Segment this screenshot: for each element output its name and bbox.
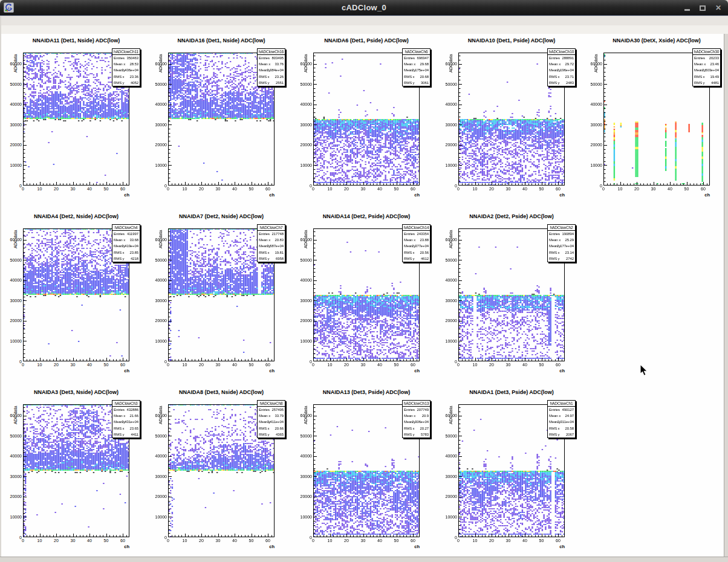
y-tick-label: 10000 bbox=[437, 339, 457, 343]
stats-box[interactable]: hADClowCh11Entries350463Mean x28.53Mean … bbox=[112, 48, 140, 86]
stats-row: RMS x23.65 bbox=[112, 425, 140, 431]
stats-row: Mean x21.66 bbox=[112, 413, 140, 419]
stats-label: Mean x bbox=[404, 237, 415, 243]
stats-box[interactable]: hADClowCh2Entries190894Mean x25.29Mean y… bbox=[547, 224, 576, 262]
x-tick-label: 10 bbox=[615, 187, 626, 191]
pad-hADClowCh7[interactable]: NNAIDA7 (Det2, Nside) ADC(low)ADC datach… bbox=[146, 210, 291, 386]
stats-value: 257495 bbox=[272, 407, 284, 413]
stats-box[interactable]: hADClowCh14Entries243354Mean x23.88Mean … bbox=[402, 224, 431, 262]
pad-hADClowCh11[interactable]: NNAIDA11 (Det1, Nside) ADC(low)ADC datac… bbox=[1, 34, 146, 210]
x-tick-label: 10 bbox=[325, 538, 336, 543]
stats-row: RMS y2067 bbox=[548, 431, 575, 438]
pad-hADClowCh3[interactable]: NNAIDA3 (Det3, Nside) ADC(low)ADC datach… bbox=[1, 386, 146, 561]
y-tick-label: 10000 bbox=[291, 515, 312, 519]
x-tick-label: 10 bbox=[180, 187, 190, 191]
stats-hist-name: hADClowCh4 bbox=[112, 225, 140, 231]
y-tick-label: 10000 bbox=[1, 339, 22, 343]
y-tick-label: 30000 bbox=[1, 299, 22, 303]
pad-hADClowCh14[interactable]: NNAIDA14 (Det2, Pside) ADC(low)ADC datac… bbox=[291, 210, 437, 386]
x-tick-label: 10 bbox=[470, 363, 481, 367]
x-tick-label: 60 bbox=[117, 538, 128, 543]
mouse-cursor bbox=[640, 364, 649, 377]
stats-row: RMS x19.81 bbox=[258, 250, 285, 256]
pad-hADClowCh6[interactable]: NNAIDA6 (Det1, Pside) ADC(low)ADC datach… bbox=[291, 34, 437, 210]
stats-hist-name: hADClowCh10 bbox=[548, 49, 575, 55]
y-tick-label: 40000 bbox=[291, 102, 312, 106]
stats-box[interactable]: hADClowCh10Entries288891Mean x29.72Mean … bbox=[547, 48, 576, 86]
pad-hADClowCh16[interactable]: NNAIDA16 (Det1, Nside) ADC(low)ADC datac… bbox=[146, 34, 291, 210]
x-tick-label: 40 bbox=[519, 538, 530, 543]
stats-label: Entries bbox=[259, 407, 270, 413]
stats-value: 4411 bbox=[131, 431, 138, 438]
pad-hADClowCh10[interactable]: NNAIDA10 (Det1, Pside) ADC(low)ADC datac… bbox=[437, 34, 582, 210]
stats-box[interactable]: hADClowCh6Entries696947Mean x29.68Mean y… bbox=[402, 48, 431, 86]
y-tick-label: 10000 bbox=[437, 163, 457, 167]
stats-row: Entries207749 bbox=[403, 407, 430, 413]
stats-row: Mean x33.76 bbox=[258, 61, 285, 67]
x-tick-label: 10 bbox=[180, 363, 190, 367]
stats-row: RMS y4411 bbox=[112, 431, 140, 438]
stats-value: 20.27 bbox=[420, 425, 429, 431]
plot-title: NNAIDA11 (Det1, Nside) ADC(low) bbox=[23, 37, 129, 44]
stats-value: 3.411e+04 bbox=[267, 419, 284, 425]
pad-hADClowCh30[interactable]: NNAIDA30 (DetX, Xside) ADC(low)ADC datac… bbox=[582, 34, 727, 210]
toolbar-strip bbox=[0, 25, 728, 34]
x-tick-label: 40 bbox=[229, 538, 240, 543]
stats-label: Entries bbox=[549, 407, 560, 413]
stats-label: RMS y bbox=[549, 80, 560, 86]
stats-box[interactable]: hADClowCh30Entries20233Mean x23.46Mean y… bbox=[692, 48, 721, 86]
x-tick-label: 50 bbox=[246, 363, 257, 367]
y-tick-label: 60000 bbox=[437, 413, 457, 418]
stats-row: RMS y4218 bbox=[112, 256, 140, 262]
stats-value: 3.384e+04 bbox=[267, 67, 284, 73]
y-tick-label: 50000 bbox=[437, 258, 457, 262]
x-tick-label: 30 bbox=[358, 187, 369, 191]
y-tick-label: 50000 bbox=[1, 434, 22, 438]
stats-value: 23.88 bbox=[420, 237, 429, 243]
stats-box[interactable]: hADClowCh4Entries411997Mean x33.68Mean y… bbox=[112, 224, 140, 262]
x-tick-label: 0 bbox=[453, 363, 464, 367]
stats-value: 2551 bbox=[276, 80, 284, 86]
x-tick-label: 0 bbox=[308, 187, 319, 191]
stats-box[interactable]: hADClowCh8Entries257495Mean x33.79Mean y… bbox=[257, 400, 285, 438]
stats-value: 2.311e+04 bbox=[557, 419, 574, 425]
y-tick-label: 50000 bbox=[291, 82, 312, 86]
canvas-area[interactable]: NNAIDA11 (Det1, Nside) ADC(low)ADC datac… bbox=[1, 34, 724, 557]
maximize-button[interactable] bbox=[699, 4, 706, 11]
x-tick-label: 40 bbox=[374, 187, 385, 191]
stats-box[interactable]: hADClowCh13Entries207749Mean x20.9Mean y… bbox=[402, 400, 431, 438]
stats-box[interactable]: hADClowCh16Entries803495Mean x33.76Mean … bbox=[257, 48, 285, 86]
stats-value: 23.85 bbox=[129, 250, 138, 256]
stats-row: Entries696947 bbox=[403, 55, 430, 61]
pad-hADClowCh13[interactable]: NNAIDA13 (Det3, Pside) ADC(low)ADC datac… bbox=[291, 386, 437, 561]
x-tick-label: 20 bbox=[486, 187, 497, 191]
y-tick-label: 50000 bbox=[1, 258, 22, 262]
pad-hADClowCh1[interactable]: NNAIDA1 (Det3, Pside) ADC(low)ADC datach… bbox=[437, 386, 582, 561]
stats-box[interactable]: hADClowCh7Entries217748Mean x20.83Mean y… bbox=[257, 224, 285, 262]
minimize-icon bbox=[684, 9, 690, 11]
y-tick-label: 60000 bbox=[437, 237, 457, 242]
pad-hADClowCh4[interactable]: NNAIDA4 (Det2, Nside) ADC(low)ADC datach… bbox=[1, 210, 146, 386]
x-tick-label: 20 bbox=[51, 187, 62, 191]
pad-hADClowCh8[interactable]: NNAIDA8 (Det3, Nside) ADC(low)ADC datach… bbox=[146, 386, 291, 561]
titlebar[interactable]: ++ cADClow_0 ✕ bbox=[0, 0, 728, 16]
pad-hADClowCh2[interactable]: NNAIDA2 (Det2, Pside) ADC(low)ADC datach… bbox=[437, 210, 582, 386]
stats-row: Mean y2.306e+04 bbox=[403, 419, 430, 425]
stats-value: 4365 bbox=[276, 431, 284, 438]
stats-label: RMS x bbox=[114, 250, 125, 256]
stats-box[interactable]: hADClowCh3Entries432886Mean x21.66Mean y… bbox=[112, 400, 140, 438]
minimize-button[interactable] bbox=[683, 4, 691, 11]
close-icon: ✕ bbox=[715, 4, 721, 11]
stats-value: 33.79 bbox=[275, 413, 284, 419]
x-tick-label: 20 bbox=[341, 187, 352, 191]
y-tick-label: 40000 bbox=[437, 278, 457, 282]
x-tick-label: 0 bbox=[163, 187, 174, 191]
stats-label: RMS y bbox=[404, 256, 415, 262]
x-tick-label: 10 bbox=[180, 538, 190, 543]
plot-title: NNAIDA16 (Det1, Nside) ADC(low) bbox=[168, 37, 275, 44]
stats-box[interactable]: hADClowCh1Entries490127Mean x24.97Mean y… bbox=[547, 400, 576, 438]
stats-value: 23.14 bbox=[565, 250, 574, 256]
x-tick-label: 40 bbox=[374, 363, 385, 367]
close-button[interactable]: ✕ bbox=[715, 4, 722, 11]
x-tick-label: 40 bbox=[84, 363, 95, 367]
